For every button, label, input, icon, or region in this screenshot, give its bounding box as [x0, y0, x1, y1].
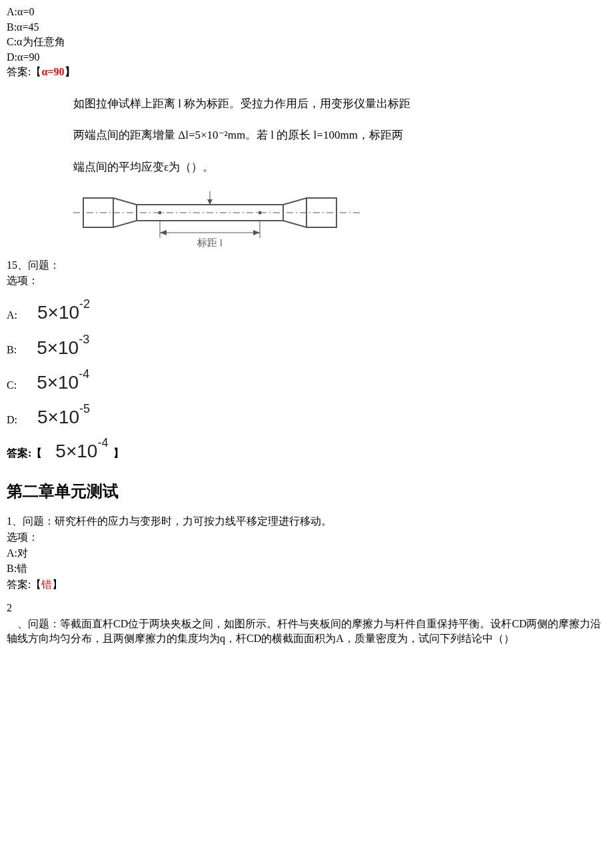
chapter2-title: 第二章单元测试: [7, 481, 606, 502]
c2q1-answer-row: 答案:【错】: [7, 577, 606, 592]
q14-option-c: C:α为任意角: [7, 35, 606, 49]
q14-option-d: D:α=90: [7, 50, 606, 65]
q14-answer-row: 答案:【α=90】: [7, 65, 606, 79]
q15-figure-block: 如图拉伸试样上距离 l 称为标距。受拉力作用后，用变形仪量出标距 两端点间的距离…: [73, 91, 606, 253]
q15-option-b-expr: 5×10-3: [37, 337, 89, 357]
c2q2-text: 、问题：等截面直杆CD位于两块夹板之间，如图所示。杆件与夹板间的摩擦力与杆件自重…: [7, 617, 606, 645]
q15-option-d-label: D:: [7, 413, 17, 427]
c2q1-answer-value: 错: [41, 579, 52, 590]
q15-answer-expr: 5×10-4: [55, 441, 108, 461]
c2q1-option-b: B:错: [7, 561, 606, 576]
q15-option-d-expr: 5×10-5: [37, 407, 90, 427]
c2q1-options-label: 选项：: [7, 530, 606, 545]
q15-answer-close: 】: [113, 446, 124, 461]
svg-marker-14: [253, 230, 260, 235]
q15-option-a-row: A: 5×10-2: [7, 302, 606, 322]
q15-option-c-label: C:: [7, 378, 17, 393]
c2q2-number: 2: [7, 601, 606, 615]
tensile-specimen-icon: 标距 l: [73, 186, 360, 253]
c2q1-option-a: A:对: [7, 546, 606, 561]
svg-marker-13: [160, 230, 167, 235]
q15-option-d-row: D: 5×10-5: [7, 407, 606, 427]
c2q1-answer-label: 答案:【: [7, 579, 41, 590]
q15-option-c-row: C: 5×10-4: [7, 372, 606, 392]
q15-option-c-expr: 5×10-4: [37, 372, 89, 392]
q15-option-a-expr: 5×10-2: [37, 302, 90, 322]
c2q1-answer-close: 】: [52, 579, 63, 590]
q14-answer-value: α=90: [41, 66, 64, 77]
svg-marker-9: [207, 199, 213, 205]
q15-number: 15、问题：: [7, 258, 606, 273]
q14-answer-label: 答案:【: [7, 66, 41, 77]
q15-option-b-label: B:: [7, 343, 17, 357]
svg-point-7: [259, 211, 262, 215]
q14-option-b: B:α=45: [7, 20, 606, 35]
q15-answer-row: 答案:【 5×10-4 】: [7, 441, 606, 461]
svg-point-6: [159, 211, 162, 215]
specimen-gauge-label: 标距 l: [197, 237, 223, 248]
q14-option-a: A:α=0: [7, 5, 606, 19]
q15-prompt-line3: 端点间的平均应变ε为（）。: [73, 155, 606, 179]
q15-options-label: 选项：: [7, 273, 606, 288]
q15-option-b-row: B: 5×10-3: [7, 337, 606, 357]
q14-answer-close: 】: [65, 66, 75, 77]
c2q1-line1: 1、问题：研究杆件的应力与变形时，力可按力线平移定理进行移动。: [7, 514, 606, 529]
q15-prompt-line2: 两端点间的距离增量 Δl=5×10⁻²mm。若 l 的原长 l=100mm，标距…: [73, 123, 606, 147]
q15-answer-label: 答案:【: [7, 446, 42, 461]
q15-prompt-line1: 如图拉伸试样上距离 l 称为标距。受拉力作用后，用变形仪量出标距: [73, 91, 606, 116]
q15-option-a-label: A:: [7, 308, 17, 323]
